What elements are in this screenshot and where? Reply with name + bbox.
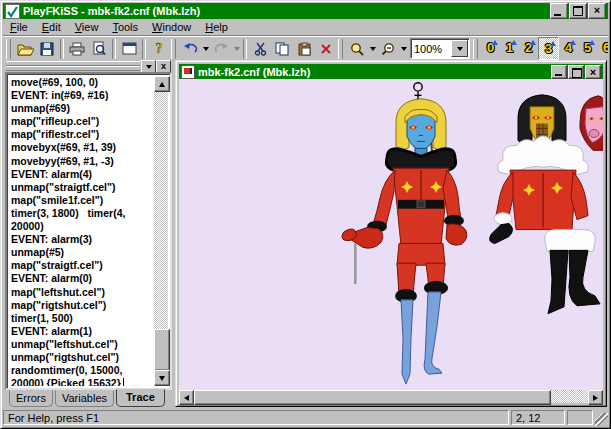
trace-line: map("rifleup.cel") [11, 115, 153, 128]
document-title: mbk-fk2.cnf (Mbk.lzh) [198, 65, 548, 79]
undo-button[interactable] [179, 38, 201, 60]
doll-canvas[interactable] [179, 79, 603, 390]
page-flag-icon [492, 40, 498, 45]
delete-button[interactable] [315, 38, 337, 60]
undo-dropdown[interactable] [201, 38, 210, 60]
cursor-position: 2, 12 [511, 410, 565, 425]
page-button-4[interactable]: 4 [559, 37, 578, 58]
trace-line: timer(3, 1800) timer(4, [11, 207, 153, 220]
scroll-up-button[interactable] [154, 76, 170, 92]
page-button-6[interactable]: 6 [597, 37, 608, 58]
menu-item[interactable]: View [68, 20, 106, 34]
scroll-right-button[interactable] [588, 390, 603, 405]
zoom-in-button[interactable] [346, 38, 368, 60]
menu-item[interactable]: Help [198, 20, 235, 34]
doll-right-glove[interactable] [446, 224, 467, 245]
doc-horizontal-scrollbar[interactable] [179, 390, 603, 403]
scroll-down-button[interactable] [154, 370, 170, 386]
tab-trace[interactable]: Trace [116, 389, 165, 407]
zoom-level-combobox[interactable]: 100% [410, 38, 470, 59]
copy-icon [275, 42, 289, 56]
window-icon [122, 42, 137, 55]
scroll-left-button[interactable] [179, 390, 194, 405]
menu-item[interactable]: Edit [35, 20, 68, 34]
chevron-down-icon [457, 47, 463, 51]
doll-left-shin [401, 300, 413, 384]
trace-line: 20000) {Picked 15632} [11, 377, 153, 386]
save-button[interactable] [36, 38, 58, 60]
pane-header[interactable]: x [4, 60, 172, 72]
arrow-right-icon [593, 395, 598, 401]
menu-item[interactable]: Window [145, 20, 198, 34]
scrollbar-thumb[interactable] [154, 329, 170, 371]
paste-button[interactable] [293, 38, 315, 60]
zoom-out-button[interactable] [377, 38, 399, 60]
title-bar[interactable]: PlayFKiSS - mbk-fk2.cnf (Mbk.lzh) × [3, 3, 608, 19]
trace-line: 20000) [11, 220, 153, 233]
help-icon: ? [153, 41, 165, 56]
chevron-down-icon [203, 47, 209, 51]
page-button-0[interactable]: 0 [481, 37, 500, 58]
cel-jacket-red[interactable] [490, 136, 589, 243]
page-flag-icon [589, 40, 595, 45]
tab-errors[interactable]: Errors [9, 390, 53, 407]
zoom-out-dropdown[interactable] [399, 38, 408, 60]
help-button[interactable]: ? [148, 38, 170, 60]
document-title-bar[interactable]: mbk-fk2.cnf (Mbk.lzh) × [179, 64, 603, 79]
toolbar: ? 100% [3, 35, 608, 61]
toolbar-band-grip [473, 39, 478, 59]
cel-head-pink[interactable] [580, 96, 603, 150]
print-button[interactable] [66, 38, 88, 60]
zoom-in-dropdown[interactable] [368, 38, 377, 60]
trace-line: EVENT: in(#69, #16) [11, 89, 153, 102]
female-symbol-marker[interactable] [414, 83, 422, 100]
page-button-5[interactable]: 5 [578, 37, 597, 58]
doc-minimize-button[interactable] [551, 65, 567, 79]
printer-icon [69, 42, 85, 56]
toolbar-separator [243, 39, 247, 59]
open-button[interactable] [14, 38, 36, 60]
cel-black-glove[interactable] [490, 224, 513, 244]
app-window: PlayFKiSS - mbk-fk2.cnf (Mbk.lzh) × File… [0, 0, 611, 429]
page-button-2[interactable]: 2 [519, 37, 538, 58]
cel-black-boots[interactable] [545, 230, 600, 314]
trace-vertical-scrollbar[interactable] [154, 76, 168, 386]
toolbar-band-grip [338, 39, 343, 59]
status-extra-panel [567, 410, 593, 425]
magnifier-icon [350, 42, 365, 56]
combobox-dropdown-button[interactable] [451, 40, 468, 57]
cel-window-button[interactable] [118, 38, 140, 60]
trace-log: move(#69, 100, 0)EVENT: in(#69, #16)unma… [11, 76, 153, 386]
scrollbar-track[interactable] [551, 390, 588, 403]
redo-dropdown[interactable] [232, 38, 241, 60]
trace-line: map("smile1f.cel") [11, 194, 153, 207]
tab-variables[interactable]: Variables [55, 390, 114, 407]
close-button[interactable]: × [588, 3, 606, 19]
trace-log-listbox[interactable]: move(#69, 100, 0)EVENT: in(#69, #16)unma… [5, 72, 172, 390]
resize-grip[interactable] [595, 413, 608, 426]
menu-item[interactable]: File [3, 20, 35, 34]
trace-line: unmap(#69) [11, 102, 153, 115]
trace-line: map("rigtshut.cel") [11, 299, 153, 312]
doc-close-button[interactable]: × [585, 65, 601, 79]
cut-button[interactable] [249, 38, 271, 60]
page-button-3[interactable]: 3 [538, 37, 559, 60]
maximize-icon [573, 6, 583, 16]
trace-line: unmap("rigtshut.cel") [11, 351, 153, 364]
page-flag-icon [530, 40, 536, 45]
toolbar-band-grip [6, 39, 11, 59]
trace-line: EVENT: alarm(0) [11, 272, 153, 285]
trace-line: unmap("leftshut.cel") [11, 338, 153, 351]
doll-main-figure[interactable] [342, 83, 467, 384]
redo-button[interactable] [210, 38, 232, 60]
minimize-button[interactable] [550, 3, 568, 19]
page-flag-icon [570, 40, 576, 45]
print-preview-button[interactable] [88, 38, 110, 60]
scrollbar-thumb[interactable] [194, 390, 551, 405]
copy-button[interactable] [271, 38, 293, 60]
doc-maximize-button[interactable] [568, 65, 584, 79]
trace-line: map("leftshut.cel") [11, 286, 153, 299]
menu-item[interactable]: Tools [105, 20, 145, 34]
maximize-button[interactable] [569, 3, 587, 19]
page-button-1[interactable]: 1 [500, 37, 519, 58]
